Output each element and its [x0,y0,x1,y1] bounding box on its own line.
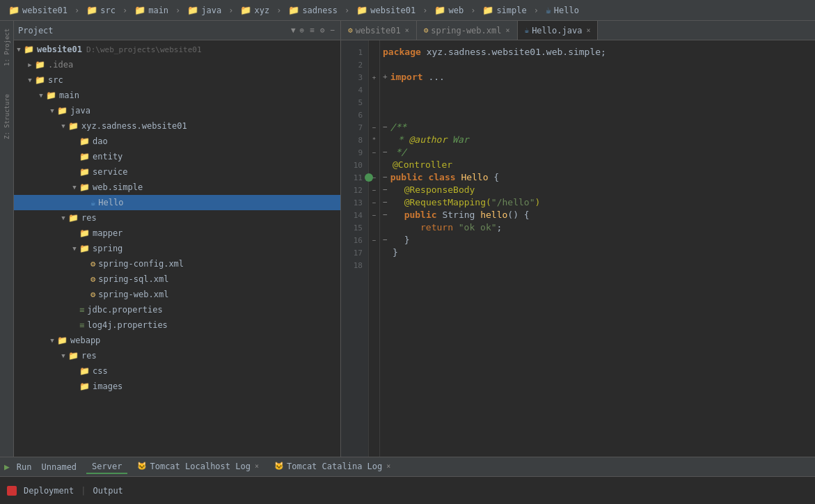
tree-label: java [70,106,90,116]
project-panel-header: Project ▼ ⊕ ≡ ⚙ − [14,21,340,40]
fold-line-2 [369,58,379,71]
project-tool-icon[interactable]: 1: Project [1,26,13,68]
fold-icon[interactable]: − [372,212,376,219]
fold-line-3[interactable]: + [369,71,379,84]
tab-close-button[interactable]: × [586,26,590,34]
java-tab-icon: ☕ [525,26,530,35]
tree-label: Hello [98,198,123,207]
tree-label: src [48,75,63,85]
collapse-icon[interactable]: − [383,171,388,184]
folder-icon: 📁 [57,106,68,116]
breadcrumb-web[interactable]: 📁 web [429,3,469,17]
code-line-12: − @ResponseBody [383,184,815,196]
stop-button[interactable] [7,486,17,496]
expand-icon[interactable]: + [383,71,388,84]
tree-item-images[interactable]: 📁 images [14,379,340,394]
code-editor[interactable]: 1 2 3 4 5 6 7 8 9 10 11 12 13 14 15 16 1… [341,40,815,457]
locate-icon[interactable]: ⊕ [299,24,306,36]
collapse-icon[interactable]: − [383,121,388,134]
fold-line-8[interactable]: * [369,134,379,146]
tree-item-spring-web[interactable]: ⚙ spring-web.xml [14,287,340,302]
tree-item-hello[interactable]: ☕ Hello [14,195,340,210]
tree-path: D:\web_projects\website01 [86,45,202,54]
tab-tomcat-localhost[interactable]: 🐱 Tomcat Localhost Log × [132,460,264,474]
fold-line-9[interactable]: − [369,146,379,159]
code-text-area[interactable]: package xyz.sadness.website01.web.simple… [380,40,815,457]
collapse-icon[interactable]: − [383,184,388,196]
tree-item-service[interactable]: 📁 service [14,164,340,180]
folder-icon: 📁 [79,228,90,238]
line-num-7: 7 [341,121,368,134]
tree-item-src[interactable]: ▼ 📁 src [14,72,340,88]
tree-item-web-simple[interactable]: ▼ 📁 web.simple [14,180,340,195]
breadcrumb-hello[interactable]: ☕ Hello [540,3,585,17]
expand-icon[interactable]: ≡ [308,24,316,36]
tree-label: spring-sql.xml [98,274,168,284]
tab-hello-java[interactable]: ☕ Hello.java × [518,21,599,40]
fold-line-16[interactable]: − [369,234,379,246]
breadcrumb-simple[interactable]: 📁 simple [477,3,532,17]
tab-server[interactable]: Server [86,460,127,474]
fold-icon[interactable]: * [372,136,376,143]
tree-item-spring[interactable]: ▼ 📁 spring [14,241,340,256]
tree-label: dao [93,136,108,146]
tree-item-webapp[interactable]: ▼ 📁 webapp [14,333,340,348]
fold-line-14[interactable]: − [369,209,379,221]
tab-spring-web[interactable]: ⚙ spring-web.xml × [417,21,518,40]
folder-icon: 📁 [35,75,45,85]
fold-icon[interactable]: − [372,124,376,131]
folder-icon: 📁 [24,45,34,54]
tab-label: Server [92,462,122,471]
tree-item-idea[interactable]: ▶ 📁 .idea [14,57,340,72]
tree-item-package[interactable]: ▼ 📁 xyz.sadness.website01 [14,118,340,134]
fold-icon[interactable]: − [372,199,376,206]
tree-item-css[interactable]: 📁 css [14,363,340,379]
collapse-icon[interactable]: − [383,209,388,221]
breadcrumb-main[interactable]: 📁 main [129,3,174,17]
breadcrumb-sadness[interactable]: 📁 sadness [283,3,343,17]
breadcrumb-website01-2[interactable]: 📁 website01 [351,3,421,17]
fold-icon[interactable]: − [372,237,376,244]
fold-icon[interactable]: − [372,187,376,194]
collapse-icon[interactable]: − [383,146,388,159]
file-tree: ▼ 📁 website01 D:\web_projects\website01 … [14,40,340,457]
minimize-icon[interactable]: − [329,24,336,36]
line-num-2: 2 [341,58,368,71]
code-line-14: − public String hello() { [383,209,815,221]
code-line-18 [383,259,815,271]
fold-line-7[interactable]: − [369,121,379,134]
tree-item-log4j[interactable]: ≡ log4j.properties [14,317,340,333]
tab-website01[interactable]: ⚙ website01 × [341,21,417,40]
collapse-icon[interactable]: − [383,234,388,246]
tree-label: mapper [93,228,122,238]
breadcrumb-src[interactable]: 📁 src [81,3,121,17]
collapse-icon[interactable]: − [383,196,388,209]
breadcrumb-java[interactable]: 📁 java [182,3,227,17]
tree-item-res[interactable]: ▼ 📁 res [14,210,340,226]
structure-tool-icon[interactable]: Z: Structure [3,90,10,139]
fold-line-12[interactable]: − [369,184,379,196]
tree-item-entity[interactable]: 📁 entity [14,149,340,164]
tree-item-main[interactable]: ▼ 📁 main [14,88,340,103]
tab-close-button[interactable]: × [405,26,409,34]
tree-item-mapper[interactable]: 📁 mapper [14,226,340,241]
tree-item-root[interactable]: ▼ 📁 website01 D:\web_projects\website01 [14,42,340,57]
breadcrumb-website01[interactable]: 📁 website01 [3,3,73,17]
fold-line-13[interactable]: − [369,196,379,209]
breadcrumb-xyz[interactable]: 📁 xyz [235,3,275,17]
tree-item-java[interactable]: ▼ 📁 java [14,103,340,118]
settings-icon[interactable]: ⚙ [319,24,326,36]
tab-close-button[interactable]: × [505,26,509,34]
tree-item-jdbc[interactable]: ≡ jdbc.properties [14,302,340,317]
tab-tomcat-catalina[interactable]: 🐱 Tomcat Catalina Log × [269,460,396,474]
tab-close-button[interactable]: × [255,462,259,470]
tree-item-dao[interactable]: 📁 dao [14,134,340,149]
tree-item-spring-config[interactable]: ⚙ spring-config.xml [14,256,340,271]
fold-icon[interactable]: − [372,149,376,156]
tree-label: website01 [37,45,82,54]
fold-icon[interactable]: + [372,74,376,81]
tab-close-button[interactable]: × [386,462,390,470]
tree-item-spring-sql[interactable]: ⚙ spring-sql.xml [14,271,340,287]
tree-item-webapp-res[interactable]: ▼ 📁 res [14,348,340,363]
bottom-run-bar: ▶ Run Unnamed Server 🐱 Tomcat Localhost … [0,457,815,504]
